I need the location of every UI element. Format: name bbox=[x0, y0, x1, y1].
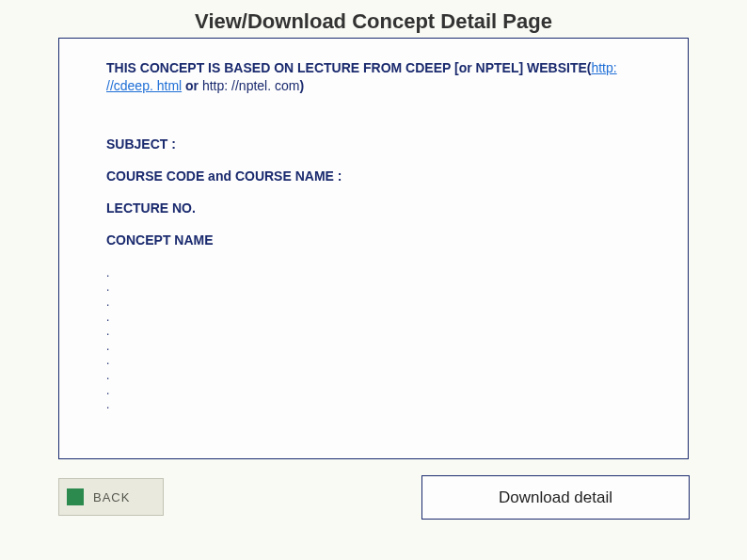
intro-suffix: ) bbox=[299, 78, 304, 93]
course-label: COURSE CODE and COURSE NAME : bbox=[106, 168, 641, 184]
placeholder-dots: . . . . . . . . . . bbox=[106, 266, 641, 413]
page-title: View/Download Concept Detail Page bbox=[0, 9, 747, 34]
intro-middle: or bbox=[182, 78, 202, 93]
intro-text: THIS CONCEPT IS BASED ON LECTURE FROM CD… bbox=[106, 59, 641, 95]
back-button[interactable]: BACK bbox=[58, 478, 164, 516]
nptel-url-text: http: //nptel. com bbox=[202, 78, 300, 93]
detail-panel: THIS CONCEPT IS BASED ON LECTURE FROM CD… bbox=[58, 38, 689, 459]
fields-block: SUBJECT : COURSE CODE and COURSE NAME : … bbox=[106, 136, 641, 248]
lecture-label: LECTURE NO. bbox=[106, 200, 641, 216]
back-label: BACK bbox=[93, 490, 130, 504]
intro-prefix: THIS CONCEPT IS BASED ON LECTURE FROM CD… bbox=[106, 60, 591, 75]
download-label: Download detail bbox=[499, 488, 612, 507]
concept-label: CONCEPT NAME bbox=[106, 232, 641, 248]
back-square-icon bbox=[67, 488, 84, 505]
download-detail-button[interactable]: Download detail bbox=[421, 475, 690, 520]
subject-label: SUBJECT : bbox=[106, 136, 641, 152]
